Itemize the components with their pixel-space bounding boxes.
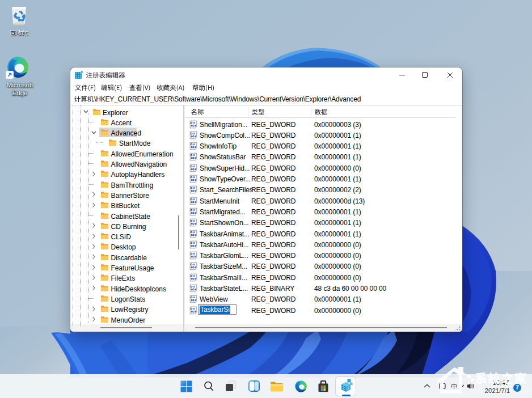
svg-text:XITONGZHIJIA.NET: XITONGZHIJIA.NET	[469, 387, 532, 396]
